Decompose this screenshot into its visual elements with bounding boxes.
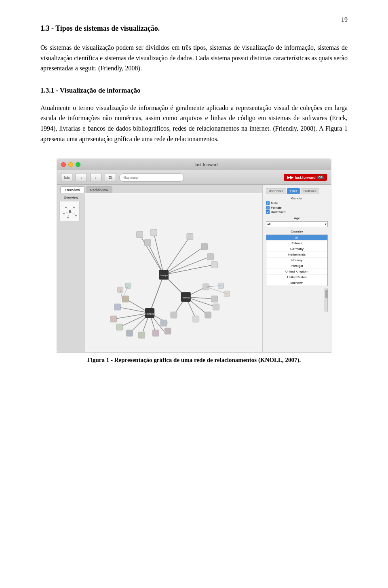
svg-rect-60	[138, 332, 145, 338]
svg-rect-57	[110, 316, 117, 322]
checkbox-female-label: Female	[271, 206, 282, 209]
right-tab-filter[interactable]: Filter	[287, 188, 300, 194]
right-tab-userdata[interactable]: User Data	[266, 188, 286, 194]
country-item-germany[interactable]: Germany	[266, 246, 327, 252]
country-item-us[interactable]: United States	[266, 275, 327, 280]
toolbar-search[interactable]: -Sayonara-	[119, 173, 184, 182]
age-value: all	[267, 222, 270, 226]
toolbar-forward-btn[interactable]: ›	[90, 173, 101, 182]
checkbox-male[interactable]: ✓	[266, 201, 270, 205]
tab-treeview[interactable]: TreeView	[60, 186, 84, 193]
checkbox-undefined-label: Undefined	[271, 210, 285, 214]
svg-line-9	[70, 212, 76, 216]
country-listbox[interactable]: all Estonia Germany Netherlands Norway P…	[266, 235, 328, 286]
page-number: 19	[341, 16, 348, 23]
toolbar-back-btn[interactable]: ‹	[76, 173, 87, 182]
checkbox-female-row: ✓ Female	[266, 206, 328, 209]
country-item-netherlands[interactable]: Netherlands	[266, 252, 327, 258]
toolbar-logo: ▶▶ last.forward OS	[284, 174, 327, 181]
svg-rect-38	[207, 254, 214, 260]
figure-image: last.forward Info ‹ › ⊡ -Sayonara- ▶▶ l	[57, 159, 331, 353]
svg-rect-64	[118, 287, 123, 292]
country-section-title: Country	[266, 230, 328, 233]
os-label: OS	[317, 176, 324, 179]
right-panel-tabs: User Data Filter Statistics	[266, 188, 328, 194]
toolbar-home-btn[interactable]: ⊡	[105, 173, 116, 182]
network-canvas: Groups Friends	[85, 193, 262, 352]
sidebar-overview-label: Overview	[59, 196, 82, 199]
right-tab-statistics[interactable]: Statistics	[301, 188, 319, 194]
svg-rect-41	[144, 239, 151, 246]
figure-container: last.forward Info ‹ › ⊡ -Sayonara- ▶▶ l	[40, 159, 348, 364]
svg-text:Friends: Friends	[182, 296, 190, 299]
window-title: last.forward	[195, 162, 218, 167]
country-item-unknown[interactable]: unknown	[266, 280, 327, 286]
figure-caption: Figura 1 - Representação gráfica de uma …	[40, 357, 348, 364]
paragraph-2: Atualmente o termo visualização de infor…	[40, 103, 348, 144]
svg-rect-69	[224, 291, 230, 296]
mac-btn-close[interactable]	[61, 162, 66, 167]
gender-section-title: Gender	[266, 197, 328, 200]
svg-rect-37	[201, 243, 208, 250]
svg-rect-58	[116, 324, 123, 330]
svg-line-7	[70, 207, 74, 212]
sidebar: Overview	[57, 193, 85, 352]
main-area: TreeView RadialView Overview	[57, 185, 331, 352]
svg-rect-56	[114, 304, 121, 310]
checkbox-undefined[interactable]: ✓	[266, 210, 270, 214]
country-item-portugal[interactable]: Portugal	[266, 263, 327, 269]
svg-line-10	[68, 212, 70, 218]
svg-rect-50	[205, 312, 211, 318]
page: 19 1.3 - Tipos de sistemas de visualizaç…	[0, 0, 388, 588]
svg-rect-63	[164, 328, 171, 334]
tab-bar: TreeView RadialView	[57, 185, 262, 193]
info-label: Info	[64, 176, 70, 180]
mac-toolbar: Info ‹ › ⊡ -Sayonara- ▶▶ last.forward OS	[57, 170, 331, 185]
mac-window: last.forward Info ‹ › ⊡ -Sayonara- ▶▶ l	[57, 159, 331, 352]
figure-caption-text: Figura 1 - Representação gráfica de uma …	[87, 357, 301, 363]
country-item-estonia[interactable]: Estonia	[266, 241, 327, 246]
right-panel: User Data Filter Statistics Gender ✓ Mal…	[262, 185, 331, 352]
country-item-norway[interactable]: Norway	[266, 258, 327, 263]
checkbox-male-label: Male	[271, 201, 278, 205]
logo-text: last.forward	[295, 176, 316, 180]
svg-rect-59	[127, 330, 133, 336]
age-dropdown-icon: ▾	[325, 222, 327, 226]
svg-rect-62	[160, 320, 167, 326]
mac-buttons	[61, 162, 80, 167]
tab-radialview[interactable]: RadialView	[86, 186, 113, 193]
age-section-title: Age	[266, 216, 328, 220]
svg-line-8	[64, 212, 70, 214]
svg-rect-48	[211, 296, 218, 302]
mac-btn-minimize[interactable]	[68, 162, 73, 167]
checkbox-undefined-row: ✓ Undefined	[266, 210, 328, 214]
svg-rect-52	[171, 312, 177, 318]
svg-text:Groups: Groups	[160, 275, 168, 277]
toolbar-info-btn[interactable]: Info	[61, 173, 72, 182]
network-svg: Groups Friends	[85, 193, 262, 352]
svg-line-6	[66, 207, 70, 212]
svg-rect-61	[152, 330, 159, 336]
svg-rect-40	[136, 231, 143, 238]
svg-rect-49	[213, 304, 219, 310]
search-text: -Sayonara-	[123, 176, 139, 180]
svg-rect-36	[187, 233, 193, 240]
sidebar-mini-view	[59, 201, 80, 221]
section-title: 1.3 - Tipos de sistemas de visualização.	[40, 24, 348, 33]
svg-rect-39	[211, 262, 218, 268]
country-item-uk[interactable]: United Kingdom	[266, 269, 327, 275]
checkbox-male-row: ✓ Male	[266, 201, 328, 205]
subsection-title: 1.3.1 - Visualização de informação	[40, 87, 348, 95]
checkbox-female[interactable]: ✓	[266, 206, 270, 209]
paragraph-1: Os sistemas de visualização podem ser di…	[40, 42, 348, 74]
svg-rect-51	[193, 316, 199, 322]
mac-btn-maximize[interactable]	[76, 162, 80, 167]
svg-text:Neighbour: Neighbour	[145, 313, 154, 315]
country-item-all[interactable]: all	[266, 235, 327, 241]
scrollbar[interactable]	[325, 288, 328, 312]
mac-titlebar: last.forward	[57, 159, 331, 170]
svg-rect-42	[150, 229, 157, 236]
age-select[interactable]: all ▾	[266, 221, 328, 227]
